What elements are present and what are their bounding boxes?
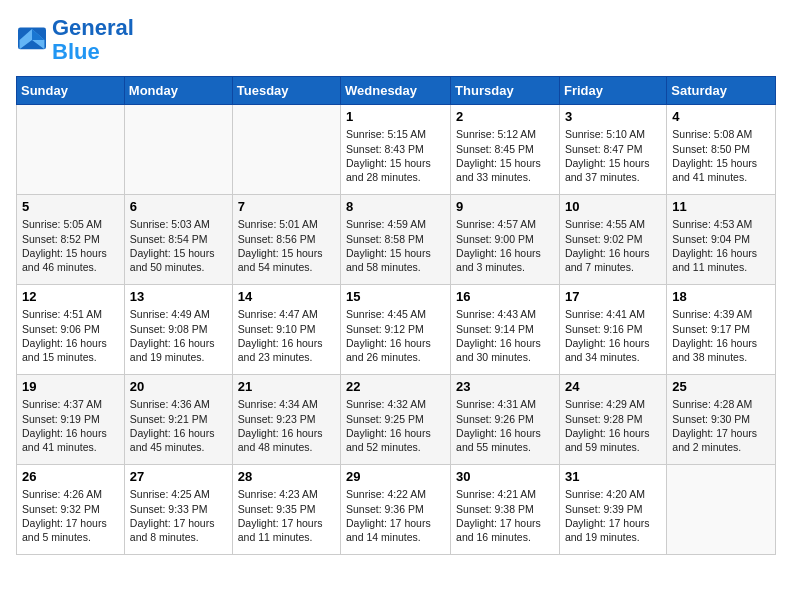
calendar-cell: 14Sunrise: 4:47 AM Sunset: 9:10 PM Dayli… bbox=[232, 285, 340, 375]
day-info: Sunrise: 4:34 AM Sunset: 9:23 PM Dayligh… bbox=[238, 397, 335, 454]
day-number: 20 bbox=[130, 379, 227, 394]
calendar-cell: 23Sunrise: 4:31 AM Sunset: 9:26 PM Dayli… bbox=[451, 375, 560, 465]
day-number: 30 bbox=[456, 469, 554, 484]
day-number: 21 bbox=[238, 379, 335, 394]
day-number: 1 bbox=[346, 109, 445, 124]
calendar-cell: 10Sunrise: 4:55 AM Sunset: 9:02 PM Dayli… bbox=[559, 195, 666, 285]
day-info: Sunrise: 4:26 AM Sunset: 9:32 PM Dayligh… bbox=[22, 487, 119, 544]
day-number: 13 bbox=[130, 289, 227, 304]
day-number: 23 bbox=[456, 379, 554, 394]
day-info: Sunrise: 4:20 AM Sunset: 9:39 PM Dayligh… bbox=[565, 487, 661, 544]
day-info: Sunrise: 4:49 AM Sunset: 9:08 PM Dayligh… bbox=[130, 307, 227, 364]
calendar-cell: 25Sunrise: 4:28 AM Sunset: 9:30 PM Dayli… bbox=[667, 375, 776, 465]
calendar-cell: 26Sunrise: 4:26 AM Sunset: 9:32 PM Dayli… bbox=[17, 465, 125, 555]
day-number: 18 bbox=[672, 289, 770, 304]
calendar-cell: 9Sunrise: 4:57 AM Sunset: 9:00 PM Daylig… bbox=[451, 195, 560, 285]
calendar-week-row: 26Sunrise: 4:26 AM Sunset: 9:32 PM Dayli… bbox=[17, 465, 776, 555]
calendar-cell: 21Sunrise: 4:34 AM Sunset: 9:23 PM Dayli… bbox=[232, 375, 340, 465]
day-number: 5 bbox=[22, 199, 119, 214]
day-number: 3 bbox=[565, 109, 661, 124]
day-number: 9 bbox=[456, 199, 554, 214]
calendar-cell: 1Sunrise: 5:15 AM Sunset: 8:43 PM Daylig… bbox=[341, 105, 451, 195]
col-header-thursday: Thursday bbox=[451, 77, 560, 105]
day-number: 11 bbox=[672, 199, 770, 214]
col-header-sunday: Sunday bbox=[17, 77, 125, 105]
day-number: 2 bbox=[456, 109, 554, 124]
calendar-cell: 5Sunrise: 5:05 AM Sunset: 8:52 PM Daylig… bbox=[17, 195, 125, 285]
day-info: Sunrise: 4:36 AM Sunset: 9:21 PM Dayligh… bbox=[130, 397, 227, 454]
day-number: 7 bbox=[238, 199, 335, 214]
day-info: Sunrise: 4:25 AM Sunset: 9:33 PM Dayligh… bbox=[130, 487, 227, 544]
calendar-cell: 3Sunrise: 5:10 AM Sunset: 8:47 PM Daylig… bbox=[559, 105, 666, 195]
calendar-cell bbox=[232, 105, 340, 195]
calendar-cell: 27Sunrise: 4:25 AM Sunset: 9:33 PM Dayli… bbox=[124, 465, 232, 555]
day-info: Sunrise: 4:43 AM Sunset: 9:14 PM Dayligh… bbox=[456, 307, 554, 364]
calendar-cell: 7Sunrise: 5:01 AM Sunset: 8:56 PM Daylig… bbox=[232, 195, 340, 285]
day-number: 25 bbox=[672, 379, 770, 394]
day-info: Sunrise: 4:51 AM Sunset: 9:06 PM Dayligh… bbox=[22, 307, 119, 364]
calendar-cell: 18Sunrise: 4:39 AM Sunset: 9:17 PM Dayli… bbox=[667, 285, 776, 375]
day-info: Sunrise: 4:41 AM Sunset: 9:16 PM Dayligh… bbox=[565, 307, 661, 364]
day-number: 16 bbox=[456, 289, 554, 304]
calendar-cell: 31Sunrise: 4:20 AM Sunset: 9:39 PM Dayli… bbox=[559, 465, 666, 555]
calendar-cell: 12Sunrise: 4:51 AM Sunset: 9:06 PM Dayli… bbox=[17, 285, 125, 375]
day-info: Sunrise: 4:39 AM Sunset: 9:17 PM Dayligh… bbox=[672, 307, 770, 364]
day-number: 10 bbox=[565, 199, 661, 214]
calendar-cell: 22Sunrise: 4:32 AM Sunset: 9:25 PM Dayli… bbox=[341, 375, 451, 465]
day-number: 24 bbox=[565, 379, 661, 394]
col-header-friday: Friday bbox=[559, 77, 666, 105]
calendar-week-row: 1Sunrise: 5:15 AM Sunset: 8:43 PM Daylig… bbox=[17, 105, 776, 195]
calendar-cell: 16Sunrise: 4:43 AM Sunset: 9:14 PM Dayli… bbox=[451, 285, 560, 375]
day-number: 31 bbox=[565, 469, 661, 484]
calendar-week-row: 5Sunrise: 5:05 AM Sunset: 8:52 PM Daylig… bbox=[17, 195, 776, 285]
calendar-cell: 8Sunrise: 4:59 AM Sunset: 8:58 PM Daylig… bbox=[341, 195, 451, 285]
calendar-table: SundayMondayTuesdayWednesdayThursdayFrid… bbox=[16, 76, 776, 555]
calendar-week-row: 12Sunrise: 4:51 AM Sunset: 9:06 PM Dayli… bbox=[17, 285, 776, 375]
logo-text: GeneralBlue bbox=[52, 16, 134, 64]
day-info: Sunrise: 4:22 AM Sunset: 9:36 PM Dayligh… bbox=[346, 487, 445, 544]
calendar-cell: 24Sunrise: 4:29 AM Sunset: 9:28 PM Dayli… bbox=[559, 375, 666, 465]
day-number: 17 bbox=[565, 289, 661, 304]
day-info: Sunrise: 4:29 AM Sunset: 9:28 PM Dayligh… bbox=[565, 397, 661, 454]
day-info: Sunrise: 5:03 AM Sunset: 8:54 PM Dayligh… bbox=[130, 217, 227, 274]
calendar-cell bbox=[124, 105, 232, 195]
day-info: Sunrise: 5:01 AM Sunset: 8:56 PM Dayligh… bbox=[238, 217, 335, 274]
day-number: 28 bbox=[238, 469, 335, 484]
calendar-cell: 11Sunrise: 4:53 AM Sunset: 9:04 PM Dayli… bbox=[667, 195, 776, 285]
page-header: GeneralBlue bbox=[16, 16, 776, 64]
calendar-header-row: SundayMondayTuesdayWednesdayThursdayFrid… bbox=[17, 77, 776, 105]
day-info: Sunrise: 4:55 AM Sunset: 9:02 PM Dayligh… bbox=[565, 217, 661, 274]
day-info: Sunrise: 5:05 AM Sunset: 8:52 PM Dayligh… bbox=[22, 217, 119, 274]
logo: GeneralBlue bbox=[16, 16, 134, 64]
calendar-cell: 19Sunrise: 4:37 AM Sunset: 9:19 PM Dayli… bbox=[17, 375, 125, 465]
day-info: Sunrise: 4:21 AM Sunset: 9:38 PM Dayligh… bbox=[456, 487, 554, 544]
calendar-cell: 15Sunrise: 4:45 AM Sunset: 9:12 PM Dayli… bbox=[341, 285, 451, 375]
logo-icon bbox=[16, 26, 48, 54]
calendar-cell: 30Sunrise: 4:21 AM Sunset: 9:38 PM Dayli… bbox=[451, 465, 560, 555]
calendar-week-row: 19Sunrise: 4:37 AM Sunset: 9:19 PM Dayli… bbox=[17, 375, 776, 465]
day-info: Sunrise: 4:31 AM Sunset: 9:26 PM Dayligh… bbox=[456, 397, 554, 454]
calendar-cell: 20Sunrise: 4:36 AM Sunset: 9:21 PM Dayli… bbox=[124, 375, 232, 465]
day-number: 12 bbox=[22, 289, 119, 304]
day-number: 22 bbox=[346, 379, 445, 394]
day-info: Sunrise: 4:59 AM Sunset: 8:58 PM Dayligh… bbox=[346, 217, 445, 274]
day-info: Sunrise: 4:45 AM Sunset: 9:12 PM Dayligh… bbox=[346, 307, 445, 364]
day-info: Sunrise: 5:12 AM Sunset: 8:45 PM Dayligh… bbox=[456, 127, 554, 184]
calendar-cell: 28Sunrise: 4:23 AM Sunset: 9:35 PM Dayli… bbox=[232, 465, 340, 555]
day-number: 27 bbox=[130, 469, 227, 484]
day-info: Sunrise: 4:32 AM Sunset: 9:25 PM Dayligh… bbox=[346, 397, 445, 454]
day-info: Sunrise: 4:23 AM Sunset: 9:35 PM Dayligh… bbox=[238, 487, 335, 544]
day-number: 15 bbox=[346, 289, 445, 304]
day-info: Sunrise: 4:37 AM Sunset: 9:19 PM Dayligh… bbox=[22, 397, 119, 454]
calendar-cell: 2Sunrise: 5:12 AM Sunset: 8:45 PM Daylig… bbox=[451, 105, 560, 195]
col-header-saturday: Saturday bbox=[667, 77, 776, 105]
day-number: 29 bbox=[346, 469, 445, 484]
day-info: Sunrise: 4:47 AM Sunset: 9:10 PM Dayligh… bbox=[238, 307, 335, 364]
day-info: Sunrise: 4:53 AM Sunset: 9:04 PM Dayligh… bbox=[672, 217, 770, 274]
day-info: Sunrise: 4:57 AM Sunset: 9:00 PM Dayligh… bbox=[456, 217, 554, 274]
calendar-cell: 17Sunrise: 4:41 AM Sunset: 9:16 PM Dayli… bbox=[559, 285, 666, 375]
calendar-cell: 6Sunrise: 5:03 AM Sunset: 8:54 PM Daylig… bbox=[124, 195, 232, 285]
day-info: Sunrise: 5:08 AM Sunset: 8:50 PM Dayligh… bbox=[672, 127, 770, 184]
calendar-cell bbox=[667, 465, 776, 555]
calendar-cell: 13Sunrise: 4:49 AM Sunset: 9:08 PM Dayli… bbox=[124, 285, 232, 375]
